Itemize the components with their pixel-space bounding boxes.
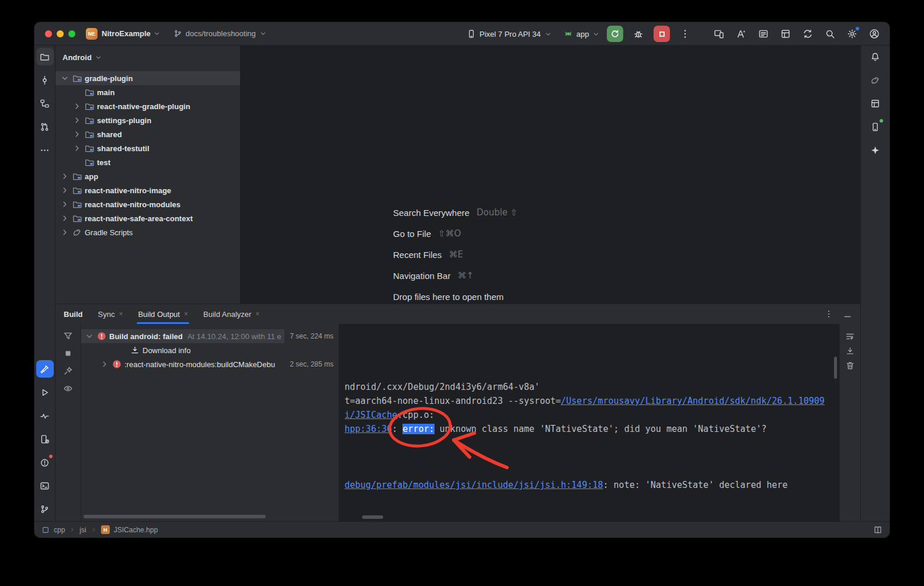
tree-item-label: gradle-plugin (85, 74, 133, 83)
soft-wrap-icon[interactable] (845, 332, 855, 341)
profiler-tool-button[interactable] (36, 407, 54, 424)
editor-empty-shortcuts: Search EverywhereDouble ⇧Go to File⇧⌘ORe… (393, 202, 517, 307)
project-tree-item-main[interactable]: main (55, 85, 240, 99)
device-mirroring-button[interactable] (711, 26, 727, 42)
vcs-branch-widget[interactable]: docs/troubleshooting (173, 29, 267, 38)
project-tree-item-test[interactable]: test (55, 155, 240, 169)
project-tree-item-settings-plugin[interactable]: settings-plugin (55, 113, 240, 127)
device-explorer-tool-button[interactable] (867, 95, 884, 112)
build-tree-item[interactable]: Build android: failedAt 14.10.24, 12:00 … (81, 329, 339, 343)
run-config-selector[interactable]: app (564, 29, 600, 39)
build-tree-item[interactable]: :react-native-nitro-modules:buildCMakeDe… (81, 357, 339, 371)
project-tree-item-react-native-nitro-modules[interactable]: react-native-nitro-modules (55, 197, 240, 211)
project-tree-item-shared[interactable]: shared (55, 127, 240, 141)
shortcut-hint: Search EverywhereDouble ⇧ (393, 202, 517, 223)
stop-button[interactable] (654, 26, 670, 42)
breadcrumb-cpp[interactable]: cpp (54, 526, 65, 534)
scroll-to-end-icon[interactable] (845, 346, 855, 356)
build-tree-item[interactable]: Download info (81, 343, 339, 357)
inspect-eye-icon[interactable] (63, 383, 73, 393)
structure-tool-button[interactable] (36, 95, 54, 112)
run-tool-button[interactable] (36, 383, 54, 401)
clear-all-icon[interactable] (845, 361, 855, 371)
more-tools-button[interactable] (36, 141, 54, 159)
build-tab-build-analyzer[interactable]: Build Analyzer× (203, 304, 259, 324)
folder-icon (85, 102, 94, 111)
settings-button[interactable] (844, 26, 860, 42)
project-chevron-icon[interactable] (153, 30, 161, 37)
hide-panel-icon[interactable] (843, 309, 852, 319)
project-tree-item-app[interactable]: app (55, 169, 240, 183)
console-file-link[interactable]: /Users/mrousavy/Library/Android/sdk/ndk/… (561, 396, 825, 406)
search-everywhere-button[interactable] (822, 26, 838, 42)
minimize-window-button[interactable] (57, 30, 64, 37)
project-tree-item-shared-testutil[interactable]: shared-testutil (55, 141, 240, 155)
project-name[interactable]: NitroExample (102, 29, 151, 38)
shortcut-keys: ⌘↑ (457, 270, 474, 281)
gradle-icon (72, 228, 82, 237)
ai-actions-button[interactable] (733, 26, 749, 42)
sync-project-button[interactable] (800, 26, 816, 42)
tab-close-icon[interactable]: × (184, 310, 188, 318)
tab-close-icon[interactable]: × (255, 310, 259, 318)
running-devices-tool-button[interactable] (867, 118, 884, 135)
device-manager-tool-button[interactable] (36, 430, 54, 448)
build-tree-hscrollbar[interactable] (84, 515, 266, 518)
more-run-actions-button[interactable] (677, 26, 693, 42)
project-view-chevron-icon (95, 54, 102, 61)
gemini-tool-button[interactable] (867, 141, 884, 159)
project-tree-item-gradle-scripts[interactable]: Gradle Scripts (55, 225, 240, 239)
version-control-tool-button[interactable] (36, 500, 54, 518)
tree-item-label: test (97, 158, 110, 167)
expand-chevron-icon (60, 228, 70, 237)
commit-tool-button[interactable] (36, 71, 54, 89)
profile-button[interactable] (866, 26, 883, 42)
console-file-link[interactable]: i/JSICache (345, 410, 397, 420)
console-text: : note: 'NativeState' declared here (603, 480, 788, 490)
zoom-window-button[interactable] (68, 30, 75, 37)
build-hammer-icon (40, 364, 50, 374)
breadcrumb-jsi[interactable]: jsi (79, 526, 86, 534)
error-icon (97, 332, 106, 341)
build-tab-build-output[interactable]: Build Output× (138, 304, 188, 324)
gradle-tool-button[interactable] (867, 71, 884, 89)
pull-requests-tool-button[interactable] (36, 118, 54, 135)
project-tree-item-react-native-nitro-image[interactable]: react-native-nitro-image (55, 183, 240, 197)
console-file-link[interactable]: hpp:36:36 (345, 424, 392, 434)
console-vscrollbar[interactable] (834, 357, 837, 379)
tree-item-label: shared (97, 130, 122, 139)
build-options-icon[interactable] (824, 309, 833, 319)
project-view-selector[interactable]: Android (55, 46, 240, 69)
rerun-button[interactable] (607, 26, 623, 42)
reader-mode-icon[interactable] (873, 525, 883, 535)
profile-avatar-icon (869, 29, 880, 39)
aqi-alert-dot (49, 455, 53, 458)
project-tree-item-react-native-safe-area-context[interactable]: react-native-safe-area-context (55, 211, 240, 225)
project-tree-item-gradle-plugin[interactable]: gradle-plugin (55, 71, 240, 85)
project-tool-button[interactable] (36, 48, 54, 65)
breadcrumb-file[interactable]: JSICache.hpp (114, 526, 158, 534)
status-bar: cpp jsi H JSICache.hpp (34, 521, 890, 538)
console-hscrollbar[interactable] (362, 515, 383, 519)
console-text: unknown class name 'NTativeState'; did y… (435, 424, 767, 434)
build-tab-sync[interactable]: Sync× (98, 304, 123, 324)
device-selector[interactable]: Pixel 7 Pro API 34 (467, 29, 552, 39)
app-inspection-button[interactable] (777, 26, 794, 42)
project-tree-item-react-native-gradle-plugin[interactable]: react-native-gradle-plugin (55, 99, 240, 113)
pin-icon[interactable] (63, 366, 73, 376)
debug-button[interactable] (630, 26, 647, 42)
filter-icon[interactable] (63, 331, 73, 341)
expand-chevron-icon (72, 144, 82, 153)
suspend-icon[interactable] (63, 348, 73, 358)
console-file-link[interactable]: debug/prefab/modules/jsi/include/jsi/jsi… (345, 480, 603, 490)
titlebar-actions (711, 22, 883, 46)
app-quality-insights-button[interactable] (36, 454, 54, 471)
tab-close-icon[interactable]: × (119, 310, 123, 318)
build-item-duration: 2 sec, 285 ms (284, 357, 339, 371)
notifications-tool-button[interactable] (867, 48, 884, 65)
close-window-button[interactable] (45, 30, 52, 37)
terminal-tool-button[interactable] (36, 477, 54, 494)
tab-label: Sync (98, 310, 115, 319)
build-tool-button[interactable] (36, 360, 54, 378)
logcat-button[interactable] (755, 26, 772, 42)
